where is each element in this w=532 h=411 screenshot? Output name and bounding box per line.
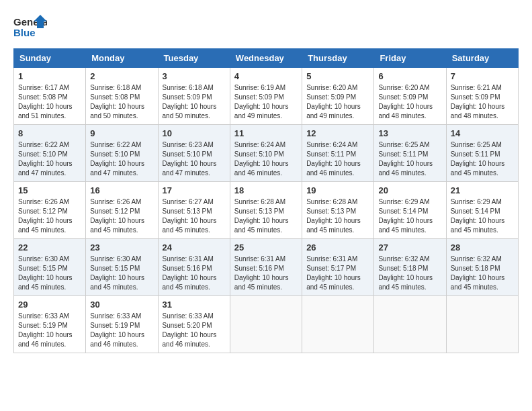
calendar-day-cell: 24 Sunrise: 6:31 AM Sunset: 5:16 PM Dayl… (158, 239, 230, 296)
calendar-day-cell: 29 Sunrise: 6:33 AM Sunset: 5:19 PM Dayl… (14, 296, 86, 353)
day-info: Sunrise: 6:20 AM Sunset: 5:09 PM Dayligh… (306, 83, 369, 121)
calendar-header-tuesday: Tuesday (158, 49, 230, 68)
day-info: Sunrise: 6:28 AM Sunset: 5:13 PM Dayligh… (306, 197, 369, 235)
empty-cell (230, 296, 302, 353)
day-info: Sunrise: 6:19 AM Sunset: 5:09 PM Dayligh… (234, 83, 298, 121)
day-number: 21 (451, 185, 514, 195)
calendar-day-cell: 1 Sunrise: 6:17 AM Sunset: 5:08 PM Dayli… (14, 68, 86, 125)
calendar-header-friday: Friday (374, 49, 446, 68)
day-number: 19 (306, 185, 369, 195)
calendar-day-cell: 10 Sunrise: 6:23 AM Sunset: 5:10 PM Dayl… (158, 125, 230, 182)
calendar-day-cell: 7 Sunrise: 6:21 AM Sunset: 5:09 PM Dayli… (446, 68, 518, 125)
day-number: 11 (234, 128, 298, 138)
calendar-week-row: 29 Sunrise: 6:33 AM Sunset: 5:19 PM Dayl… (14, 296, 519, 353)
calendar-header-thursday: Thursday (302, 49, 374, 68)
day-info: Sunrise: 6:22 AM Sunset: 5:10 PM Dayligh… (90, 140, 153, 178)
calendar-day-cell: 4 Sunrise: 6:19 AM Sunset: 5:09 PM Dayli… (230, 68, 302, 125)
calendar-day-cell: 30 Sunrise: 6:33 AM Sunset: 5:19 PM Dayl… (86, 296, 158, 353)
day-number: 5 (306, 71, 369, 81)
day-info: Sunrise: 6:32 AM Sunset: 5:18 PM Dayligh… (451, 255, 514, 292)
day-number: 16 (90, 185, 153, 195)
day-number: 15 (18, 185, 81, 195)
day-number: 7 (451, 71, 514, 81)
day-info: Sunrise: 6:33 AM Sunset: 5:19 PM Dayligh… (18, 312, 81, 349)
day-number: 10 (163, 128, 226, 138)
day-info: Sunrise: 6:25 AM Sunset: 5:11 PM Dayligh… (378, 140, 441, 178)
day-info: Sunrise: 6:33 AM Sunset: 5:20 PM Dayligh… (163, 312, 226, 349)
calendar-day-cell: 18 Sunrise: 6:28 AM Sunset: 5:13 PM Dayl… (230, 182, 302, 239)
day-number: 24 (163, 242, 226, 253)
day-number: 23 (90, 242, 153, 253)
calendar-header-wednesday: Wednesday (230, 49, 302, 68)
day-number: 12 (306, 128, 369, 138)
day-info: Sunrise: 6:21 AM Sunset: 5:09 PM Dayligh… (451, 83, 514, 121)
calendar-week-row: 1 Sunrise: 6:17 AM Sunset: 5:08 PM Dayli… (14, 68, 519, 125)
day-info: Sunrise: 6:18 AM Sunset: 5:09 PM Dayligh… (163, 83, 226, 121)
calendar-day-cell: 6 Sunrise: 6:20 AM Sunset: 5:09 PM Dayli… (374, 68, 446, 125)
calendar-header-row: SundayMondayTuesdayWednesdayThursdayFrid… (14, 49, 519, 68)
day-info: Sunrise: 6:24 AM Sunset: 5:11 PM Dayligh… (306, 140, 369, 178)
day-info: Sunrise: 6:18 AM Sunset: 5:08 PM Dayligh… (90, 83, 153, 121)
day-info: Sunrise: 6:32 AM Sunset: 5:18 PM Dayligh… (378, 255, 441, 292)
day-number: 9 (90, 128, 153, 138)
day-number: 30 (90, 300, 153, 310)
day-number: 13 (378, 128, 441, 138)
day-info: Sunrise: 6:26 AM Sunset: 5:12 PM Dayligh… (90, 197, 153, 235)
calendar-day-cell: 5 Sunrise: 6:20 AM Sunset: 5:09 PM Dayli… (302, 68, 374, 125)
day-info: Sunrise: 6:17 AM Sunset: 5:08 PM Dayligh… (18, 83, 81, 121)
calendar-week-row: 22 Sunrise: 6:30 AM Sunset: 5:15 PM Dayl… (14, 239, 519, 296)
day-info: Sunrise: 6:30 AM Sunset: 5:15 PM Dayligh… (18, 255, 81, 292)
day-number: 17 (163, 185, 226, 195)
day-number: 14 (451, 128, 514, 138)
day-info: Sunrise: 6:23 AM Sunset: 5:10 PM Dayligh… (163, 140, 226, 178)
calendar-day-cell: 26 Sunrise: 6:31 AM Sunset: 5:17 PM Dayl… (302, 239, 374, 296)
calendar-week-row: 8 Sunrise: 6:22 AM Sunset: 5:10 PM Dayli… (14, 125, 519, 182)
calendar-day-cell: 19 Sunrise: 6:28 AM Sunset: 5:13 PM Dayl… (302, 182, 374, 239)
calendar-day-cell: 17 Sunrise: 6:27 AM Sunset: 5:13 PM Dayl… (158, 182, 230, 239)
day-info: Sunrise: 6:31 AM Sunset: 5:17 PM Dayligh… (306, 255, 369, 292)
day-number: 27 (378, 242, 441, 253)
calendar-day-cell: 9 Sunrise: 6:22 AM Sunset: 5:10 PM Dayli… (86, 125, 158, 182)
day-number: 3 (163, 71, 226, 81)
day-info: Sunrise: 6:33 AM Sunset: 5:19 PM Dayligh… (90, 312, 153, 349)
day-info: Sunrise: 6:29 AM Sunset: 5:14 PM Dayligh… (378, 197, 441, 235)
logo-svg: General Blue (13, 13, 47, 42)
day-info: Sunrise: 6:27 AM Sunset: 5:13 PM Dayligh… (163, 197, 226, 235)
calendar-header-monday: Monday (86, 49, 158, 68)
calendar-day-cell: 31 Sunrise: 6:33 AM Sunset: 5:20 PM Dayl… (158, 296, 230, 353)
calendar-day-cell: 11 Sunrise: 6:24 AM Sunset: 5:10 PM Dayl… (230, 125, 302, 182)
day-info: Sunrise: 6:29 AM Sunset: 5:14 PM Dayligh… (451, 197, 514, 235)
day-info: Sunrise: 6:30 AM Sunset: 5:15 PM Dayligh… (90, 255, 153, 292)
calendar-day-cell: 21 Sunrise: 6:29 AM Sunset: 5:14 PM Dayl… (446, 182, 518, 239)
calendar-day-cell: 8 Sunrise: 6:22 AM Sunset: 5:10 PM Dayli… (14, 125, 86, 182)
day-info: Sunrise: 6:22 AM Sunset: 5:10 PM Dayligh… (18, 140, 81, 178)
calendar-day-cell: 3 Sunrise: 6:18 AM Sunset: 5:09 PM Dayli… (158, 68, 230, 125)
day-number: 26 (306, 242, 369, 253)
day-number: 6 (378, 71, 441, 81)
empty-cell (302, 296, 374, 353)
day-number: 31 (163, 300, 226, 310)
calendar-week-row: 15 Sunrise: 6:26 AM Sunset: 5:12 PM Dayl… (14, 182, 519, 239)
calendar-day-cell: 12 Sunrise: 6:24 AM Sunset: 5:11 PM Dayl… (302, 125, 374, 182)
day-number: 22 (18, 242, 81, 253)
logo: General Blue (13, 13, 47, 42)
empty-cell (374, 296, 446, 353)
calendar-day-cell: 2 Sunrise: 6:18 AM Sunset: 5:08 PM Dayli… (86, 68, 158, 125)
calendar-table: SundayMondayTuesdayWednesdayThursdayFrid… (13, 48, 519, 353)
calendar-day-cell: 28 Sunrise: 6:32 AM Sunset: 5:18 PM Dayl… (446, 239, 518, 296)
day-number: 2 (90, 71, 153, 81)
day-number: 25 (234, 242, 298, 253)
header: General Blue (13, 13, 519, 42)
day-number: 20 (378, 185, 441, 195)
calendar-header-saturday: Saturday (446, 49, 518, 68)
day-info: Sunrise: 6:24 AM Sunset: 5:10 PM Dayligh… (234, 140, 298, 178)
day-info: Sunrise: 6:20 AM Sunset: 5:09 PM Dayligh… (378, 83, 441, 121)
calendar-day-cell: 16 Sunrise: 6:26 AM Sunset: 5:12 PM Dayl… (86, 182, 158, 239)
day-info: Sunrise: 6:25 AM Sunset: 5:11 PM Dayligh… (451, 140, 514, 178)
day-info: Sunrise: 6:28 AM Sunset: 5:13 PM Dayligh… (234, 197, 298, 235)
day-number: 29 (18, 300, 81, 310)
calendar-day-cell: 22 Sunrise: 6:30 AM Sunset: 5:15 PM Dayl… (14, 239, 86, 296)
calendar-day-cell: 14 Sunrise: 6:25 AM Sunset: 5:11 PM Dayl… (446, 125, 518, 182)
day-number: 4 (234, 71, 298, 81)
day-info: Sunrise: 6:31 AM Sunset: 5:16 PM Dayligh… (163, 255, 226, 292)
